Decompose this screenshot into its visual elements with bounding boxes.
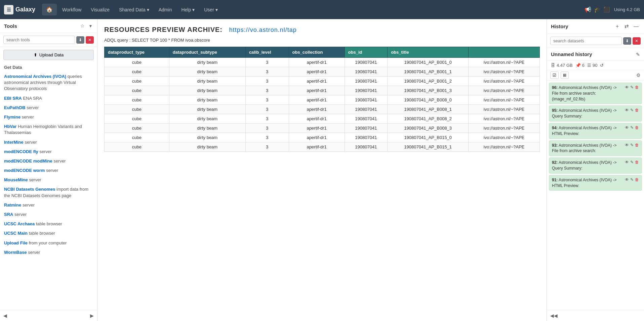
sidebar-collapse-left[interactable]: ◀ (3, 313, 7, 318)
table-body: cubedirty beam3apertif-dr119080704119080… (105, 58, 540, 152)
database-icon: 🗄 (551, 63, 555, 68)
refresh-stat[interactable]: ↺ (600, 63, 604, 68)
nav-shared-data[interactable]: Shared Data ▾ (115, 5, 153, 14)
sidebar-tool-item[interactable]: modENCODE modMine server (0, 156, 97, 166)
history-item-edit-icon[interactable]: ✎ (630, 85, 634, 90)
upload-data-button[interactable]: ⬆ Upload Data (3, 50, 94, 60)
sidebar-tool-item[interactable]: UCSC Archaea table browser (0, 219, 97, 229)
user-dropdown-icon: ▾ (215, 7, 218, 12)
sidebar-tool-item[interactable]: EBI SRA ENA SRA (0, 94, 97, 103)
sidebar-header: Tools ☆ ▾ (0, 19, 97, 33)
search-input[interactable] (3, 36, 75, 44)
history-items-list: 96: Astronomical Archives (IVOA) -> File… (547, 81, 644, 310)
history-item-view-icon[interactable]: 👁 (625, 160, 629, 165)
help-dropdown-icon: ▾ (192, 7, 195, 12)
history-item-edit-icon[interactable]: ✎ (630, 160, 634, 165)
sidebar-bottom: ◀ ▶ (0, 310, 97, 321)
table-row: cubedirty beam3apertif-dr119080704119080… (105, 67, 540, 77)
sidebar-star-icon[interactable]: ☆ (79, 22, 86, 29)
history-search-filter[interactable]: ⬇ (623, 37, 631, 45)
history-stats: 🗄 4.47 GB 📌 6 ☰ 90 ↺ (547, 61, 644, 70)
search-clear-button[interactable]: ✕ (86, 36, 94, 44)
refresh-icon[interactable]: ↺ (600, 63, 604, 68)
graduation-icon[interactable]: 🎓 (594, 6, 601, 13)
sidebar-tool-item[interactable]: MouseMine server (0, 175, 97, 185)
sidebar-expand-right[interactable]: ▶ (90, 313, 94, 318)
resource-url[interactable]: https://vo.astron.nl/tap (229, 27, 297, 33)
sidebar-tool-item[interactable]: Ratmine server (0, 200, 97, 210)
history-switch-icon[interactable]: ⇄ (623, 22, 630, 30)
history-collapse-btn[interactable]: ◀◀ (550, 313, 558, 318)
sidebar-tool-item[interactable]: Astronomical Archives (IVOA) queries ast… (0, 72, 97, 94)
history-search-input[interactable] (550, 37, 622, 45)
table-row: cubedirty beam3apertif-dr119080704119080… (105, 105, 540, 114)
sidebar-menu-icon[interactable]: ▾ (88, 22, 93, 29)
sidebar-tool-item[interactable]: Flymine server (0, 112, 97, 122)
history-item: 91: Astronomical Archives (IVOA) -> HTML… (549, 175, 642, 191)
upload-icon: ⬆ (34, 52, 37, 57)
megaphone-icon[interactable]: 📢 (585, 6, 591, 13)
nav-help[interactable]: Help ▾ (177, 5, 199, 14)
sidebar-tool-item[interactable]: EuPathDB server (0, 103, 97, 112)
nav-admin[interactable]: Admin (155, 5, 176, 14)
history-item-edit-icon[interactable]: ✎ (630, 143, 634, 147)
col-header-dataproduct_subtype: dataproduct_subtype (169, 47, 245, 58)
history-item-delete-icon[interactable]: 🗑 (635, 108, 639, 112)
nav-user[interactable]: User ▾ (200, 5, 222, 14)
brand-name: Galaxy (15, 6, 35, 13)
sidebar-tool-item[interactable]: modENCODE fly server (0, 147, 97, 156)
history-item-view-icon[interactable]: 👁 (625, 177, 629, 182)
history-item-edit-icon[interactable]: ✎ (630, 125, 634, 130)
storage-stat: 🗄 4.47 GB (551, 63, 573, 68)
search-filter-button[interactable]: ⬇ (76, 36, 84, 44)
history-item-delete-icon[interactable]: 🗑 (635, 160, 639, 165)
history-item-delete-icon[interactable]: 🗑 (635, 177, 639, 182)
history-item-delete-icon[interactable]: 🗑 (635, 143, 639, 147)
history-add-icon[interactable]: ＋ (613, 22, 621, 30)
table-header-row: dataproduct_typedataproduct_subtypecalib… (105, 47, 540, 58)
history-item: 93: Astronomical Archives (IVOA) -> File… (549, 140, 642, 156)
sidebar-tool-item[interactable]: modENCODE worm server (0, 166, 97, 175)
history-edit-icon[interactable]: ✎ (636, 52, 640, 57)
table-row: cubedirty beam3apertif-dr119080704119080… (105, 58, 540, 67)
sidebar-header-icons: ☆ ▾ (79, 22, 93, 29)
sidebar-tool-item[interactable]: UCSC Main table browser (0, 229, 97, 238)
history-columns-btn[interactable]: ⊞ (561, 72, 569, 79)
history-item-delete-icon[interactable]: 🗑 (635, 85, 639, 90)
grid-icon[interactable]: ⬛ (603, 6, 610, 13)
brand-logo[interactable]: ☰ Galaxy (4, 5, 35, 14)
history-item: 95: Astronomical Archives (IVOA) -> Quer… (549, 105, 642, 122)
history-options-icon[interactable]: — (632, 22, 640, 30)
sidebar-tool-item[interactable]: InterMine server (0, 138, 97, 147)
sidebar-tool-item[interactable]: WormBase server (0, 248, 97, 257)
tools-sidebar: Tools ☆ ▾ ⬇ ✕ ⬆ Upload Data Get Data Ast… (0, 19, 97, 321)
items-stat: ☰ 90 (587, 63, 597, 68)
history-item: 96: Astronomical Archives (IVOA) -> File… (549, 83, 642, 104)
col-header-obs_collection: obs_collection (289, 47, 345, 58)
navbar-icons: 📢 🎓 ⬛ (585, 6, 610, 13)
history-item-view-icon[interactable]: 👁 (625, 85, 629, 90)
history-search-clear[interactable]: ✕ (633, 37, 641, 45)
nav-workflow[interactable]: Workflow (58, 5, 85, 14)
sidebar-tool-item[interactable]: HbVar Human Hemoglobin Variants and Thal… (0, 122, 97, 137)
nav-visualize[interactable]: Visualize (87, 5, 114, 14)
history-item-view-icon[interactable]: 👁 (625, 108, 629, 112)
history-item-view-icon[interactable]: 👁 (625, 125, 629, 130)
sidebar-tool-item[interactable]: Upload File from your computer (0, 238, 97, 248)
history-actions: ☑ ⊞ ⚙ (547, 70, 644, 81)
history-gear-icon[interactable]: ⚙ (636, 73, 641, 78)
storage-info: Using 4.2 GB (614, 7, 640, 12)
col-header-obs_title: obs_title (388, 47, 469, 58)
history-item-edit-icon[interactable]: ✎ (630, 108, 634, 112)
sidebar-tool-item[interactable]: NCBI Datasets Genomes import data from t… (0, 185, 97, 200)
sidebar-tool-item[interactable]: SRA server (0, 210, 97, 219)
history-item-delete-icon[interactable]: 🗑 (635, 125, 639, 130)
col-header-calib_level: calib_level (245, 47, 289, 58)
page-title: RESOURCES PREVIEW ARCHIVE: https://vo.as… (104, 26, 540, 34)
home-nav-item[interactable]: 🏠 (42, 4, 57, 15)
history-item-edit-icon[interactable]: ✎ (630, 177, 634, 182)
get-data-header: Get Data (0, 63, 97, 72)
history-item-view-icon[interactable]: 👁 (625, 143, 629, 147)
data-table: dataproduct_typedataproduct_subtypecalib… (104, 47, 540, 152)
history-checkbox-btn[interactable]: ☑ (550, 72, 559, 79)
